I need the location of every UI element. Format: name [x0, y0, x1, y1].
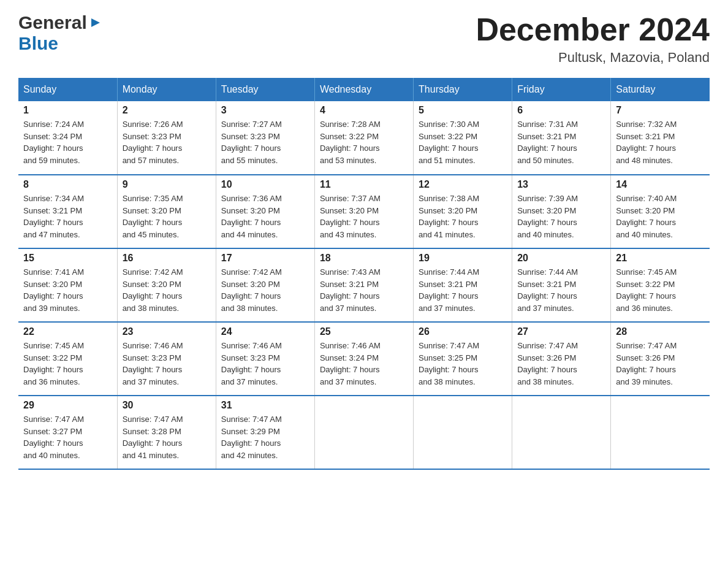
- day-info: Sunrise: 7:27 AMSunset: 3:23 PMDaylight:…: [221, 118, 309, 166]
- calendar-cell: 8Sunrise: 7:34 AMSunset: 3:21 PMDaylight…: [18, 175, 117, 248]
- calendar-cell: 9Sunrise: 7:35 AMSunset: 3:20 PMDaylight…: [117, 175, 216, 248]
- calendar-cell: 10Sunrise: 7:36 AMSunset: 3:20 PMDayligh…: [216, 175, 314, 248]
- day-number: 28: [616, 326, 705, 337]
- day-number: 16: [123, 253, 211, 264]
- day-number: 27: [517, 326, 605, 337]
- calendar-cell: [512, 396, 611, 469]
- calendar-cell: 31Sunrise: 7:47 AMSunset: 3:29 PMDayligh…: [216, 396, 314, 469]
- week-row-5: 29Sunrise: 7:47 AMSunset: 3:27 PMDayligh…: [18, 396, 710, 469]
- day-number: 10: [221, 179, 309, 190]
- calendar-cell: 22Sunrise: 7:45 AMSunset: 3:22 PMDayligh…: [18, 322, 117, 396]
- day-info: Sunrise: 7:24 AMSunset: 3:24 PMDaylight:…: [23, 118, 112, 166]
- week-row-4: 22Sunrise: 7:45 AMSunset: 3:22 PMDayligh…: [18, 322, 710, 396]
- day-info: Sunrise: 7:43 AMSunset: 3:21 PMDaylight:…: [320, 266, 408, 314]
- day-info: Sunrise: 7:46 AMSunset: 3:23 PMDaylight:…: [221, 340, 309, 388]
- day-number: 11: [320, 179, 408, 190]
- calendar-table: SundayMondayTuesdayWednesdayThursdayFrid…: [18, 78, 710, 470]
- page-header: General Blue December 2024 Pultusk, Mazo…: [18, 12, 710, 66]
- calendar-cell: 20Sunrise: 7:44 AMSunset: 3:21 PMDayligh…: [512, 248, 611, 322]
- day-number: 30: [123, 400, 211, 411]
- day-number: 24: [221, 326, 309, 337]
- calendar-cell: 17Sunrise: 7:42 AMSunset: 3:20 PMDayligh…: [216, 248, 314, 322]
- calendar-title: December 2024: [476, 12, 710, 47]
- day-info: Sunrise: 7:42 AMSunset: 3:20 PMDaylight:…: [221, 266, 309, 314]
- day-info: Sunrise: 7:47 AMSunset: 3:27 PMDaylight:…: [23, 413, 112, 461]
- day-info: Sunrise: 7:45 AMSunset: 3:22 PMDaylight:…: [616, 266, 705, 314]
- day-number: 4: [320, 105, 408, 116]
- col-header-thursday: Thursday: [414, 78, 512, 101]
- calendar-cell: [611, 396, 710, 469]
- logo-arrow-icon: [89, 16, 102, 29]
- calendar-cell: 14Sunrise: 7:40 AMSunset: 3:20 PMDayligh…: [611, 175, 710, 248]
- day-number: 5: [419, 105, 507, 116]
- calendar-cell: 12Sunrise: 7:38 AMSunset: 3:20 PMDayligh…: [414, 175, 512, 248]
- svg-marker-0: [91, 18, 100, 27]
- day-info: Sunrise: 7:40 AMSunset: 3:20 PMDaylight:…: [616, 193, 705, 240]
- calendar-cell: [414, 396, 512, 469]
- col-header-wednesday: Wednesday: [314, 78, 413, 101]
- day-info: Sunrise: 7:47 AMSunset: 3:26 PMDaylight:…: [616, 340, 705, 388]
- day-info: Sunrise: 7:32 AMSunset: 3:21 PMDaylight:…: [616, 118, 705, 166]
- calendar-cell: 5Sunrise: 7:30 AMSunset: 3:22 PMDaylight…: [414, 101, 512, 175]
- week-row-3: 15Sunrise: 7:41 AMSunset: 3:20 PMDayligh…: [18, 248, 710, 322]
- day-info: Sunrise: 7:38 AMSunset: 3:20 PMDaylight:…: [419, 193, 507, 240]
- calendar-cell: 30Sunrise: 7:47 AMSunset: 3:28 PMDayligh…: [117, 396, 216, 469]
- calendar-cell: 1Sunrise: 7:24 AMSunset: 3:24 PMDaylight…: [18, 101, 117, 175]
- calendar-cell: 23Sunrise: 7:46 AMSunset: 3:23 PMDayligh…: [117, 322, 216, 396]
- day-info: Sunrise: 7:37 AMSunset: 3:20 PMDaylight:…: [320, 193, 408, 240]
- day-info: Sunrise: 7:26 AMSunset: 3:23 PMDaylight:…: [123, 118, 211, 166]
- day-number: 2: [123, 105, 211, 116]
- day-info: Sunrise: 7:46 AMSunset: 3:23 PMDaylight:…: [123, 340, 211, 388]
- day-info: Sunrise: 7:47 AMSunset: 3:26 PMDaylight:…: [517, 340, 605, 388]
- calendar-cell: 2Sunrise: 7:26 AMSunset: 3:23 PMDaylight…: [117, 101, 216, 175]
- day-number: 26: [419, 326, 507, 337]
- day-number: 18: [320, 253, 408, 264]
- day-number: 9: [123, 179, 211, 190]
- calendar-cell: 21Sunrise: 7:45 AMSunset: 3:22 PMDayligh…: [611, 248, 710, 322]
- day-info: Sunrise: 7:30 AMSunset: 3:22 PMDaylight:…: [419, 118, 507, 166]
- title-block: December 2024 Pultusk, Mazovia, Poland: [476, 12, 710, 66]
- day-number: 20: [517, 253, 605, 264]
- day-info: Sunrise: 7:34 AMSunset: 3:21 PMDaylight:…: [23, 193, 112, 240]
- calendar-cell: 24Sunrise: 7:46 AMSunset: 3:23 PMDayligh…: [216, 322, 314, 396]
- day-info: Sunrise: 7:47 AMSunset: 3:25 PMDaylight:…: [419, 340, 507, 388]
- day-info: Sunrise: 7:41 AMSunset: 3:20 PMDaylight:…: [23, 266, 112, 314]
- calendar-cell: 13Sunrise: 7:39 AMSunset: 3:20 PMDayligh…: [512, 175, 611, 248]
- calendar-cell: 29Sunrise: 7:47 AMSunset: 3:27 PMDayligh…: [18, 396, 117, 469]
- calendar-cell: 15Sunrise: 7:41 AMSunset: 3:20 PMDayligh…: [18, 248, 117, 322]
- day-info: Sunrise: 7:45 AMSunset: 3:22 PMDaylight:…: [23, 340, 112, 388]
- day-info: Sunrise: 7:35 AMSunset: 3:20 PMDaylight:…: [123, 193, 211, 240]
- day-number: 13: [517, 179, 605, 190]
- calendar-cell: 28Sunrise: 7:47 AMSunset: 3:26 PMDayligh…: [611, 322, 710, 396]
- col-header-friday: Friday: [512, 78, 611, 101]
- calendar-cell: 18Sunrise: 7:43 AMSunset: 3:21 PMDayligh…: [314, 248, 413, 322]
- calendar-cell: 25Sunrise: 7:46 AMSunset: 3:24 PMDayligh…: [314, 322, 413, 396]
- logo: General Blue: [18, 12, 102, 54]
- logo-general-text: General: [18, 12, 87, 33]
- calendar-cell: 26Sunrise: 7:47 AMSunset: 3:25 PMDayligh…: [414, 322, 512, 396]
- calendar-cell: 16Sunrise: 7:42 AMSunset: 3:20 PMDayligh…: [117, 248, 216, 322]
- day-number: 7: [616, 105, 705, 116]
- col-header-tuesday: Tuesday: [216, 78, 314, 101]
- calendar-cell: 6Sunrise: 7:31 AMSunset: 3:21 PMDaylight…: [512, 101, 611, 175]
- day-number: 1: [23, 105, 112, 116]
- day-info: Sunrise: 7:28 AMSunset: 3:22 PMDaylight:…: [320, 118, 408, 166]
- day-info: Sunrise: 7:31 AMSunset: 3:21 PMDaylight:…: [517, 118, 605, 166]
- day-number: 25: [320, 326, 408, 337]
- day-number: 31: [221, 400, 309, 411]
- calendar-location: Pultusk, Mazovia, Poland: [476, 50, 710, 66]
- day-number: 29: [23, 400, 112, 411]
- calendar-cell: [314, 396, 413, 469]
- day-number: 22: [23, 326, 112, 337]
- day-number: 3: [221, 105, 309, 116]
- day-number: 21: [616, 253, 705, 264]
- day-info: Sunrise: 7:36 AMSunset: 3:20 PMDaylight:…: [221, 193, 309, 240]
- day-info: Sunrise: 7:47 AMSunset: 3:28 PMDaylight:…: [123, 413, 211, 461]
- col-header-monday: Monday: [117, 78, 216, 101]
- day-number: 6: [517, 105, 605, 116]
- calendar-cell: 3Sunrise: 7:27 AMSunset: 3:23 PMDaylight…: [216, 101, 314, 175]
- calendar-cell: 27Sunrise: 7:47 AMSunset: 3:26 PMDayligh…: [512, 322, 611, 396]
- week-row-2: 8Sunrise: 7:34 AMSunset: 3:21 PMDaylight…: [18, 175, 710, 248]
- week-row-1: 1Sunrise: 7:24 AMSunset: 3:24 PMDaylight…: [18, 101, 710, 175]
- col-header-saturday: Saturday: [611, 78, 710, 101]
